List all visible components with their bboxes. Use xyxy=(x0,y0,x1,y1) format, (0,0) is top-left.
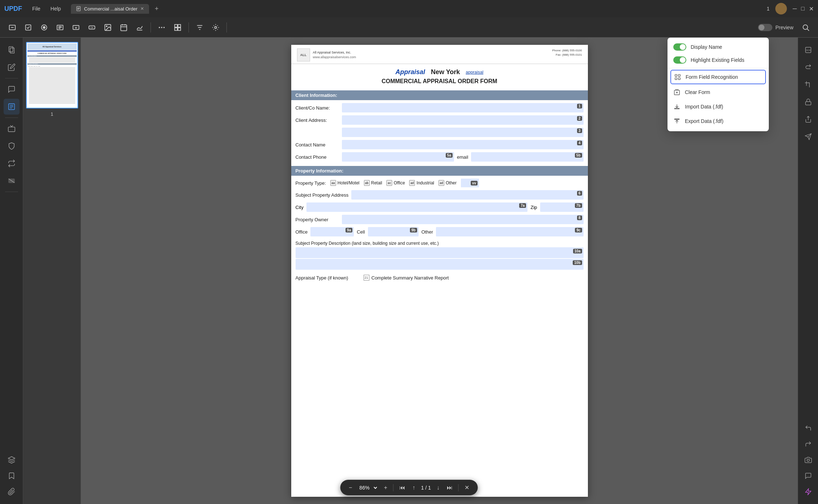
client-name-field[interactable]: 1 xyxy=(342,103,584,112)
search-button[interactable] xyxy=(799,21,812,34)
page-start-button[interactable]: ⏮ xyxy=(398,483,407,492)
menu-file[interactable]: File xyxy=(28,4,45,13)
checkbox-tool-button[interactable] xyxy=(22,21,35,34)
zoom-select[interactable]: 86% 50% 75% 100% 125% 150% xyxy=(358,484,378,491)
minimize-button[interactable]: ─ xyxy=(793,5,797,12)
sidebar-item-attach[interactable] xyxy=(4,484,20,500)
sidebar-item-bookmark[interactable] xyxy=(4,468,20,484)
import-icon xyxy=(674,103,680,110)
client-address-field[interactable]: 2 xyxy=(342,115,584,125)
highlight-fields-toggle-row[interactable]: Highlight Existing Fields xyxy=(667,54,769,67)
cell-label: Cell xyxy=(357,229,365,235)
highlight-fields-toggle[interactable] xyxy=(673,56,686,64)
right-sidebar-undo[interactable] xyxy=(800,420,816,436)
city-field[interactable]: 7a xyxy=(306,202,528,212)
appraisal-link[interactable]: appraisal xyxy=(466,70,483,75)
list-tool-button[interactable] xyxy=(54,21,67,34)
filter-button[interactable] xyxy=(193,21,206,34)
contact-name-field[interactable]: 4 xyxy=(342,140,584,149)
close-button[interactable]: ✕ xyxy=(809,5,814,12)
page-thumbnail[interactable]: All Appraisal Services COMMERCIAL APPRAI… xyxy=(26,42,78,108)
cell-field[interactable]: 9b xyxy=(368,227,419,236)
svg-text:OCR: OCR xyxy=(806,49,810,51)
sidebar-item-edit[interactable] xyxy=(4,59,20,75)
settings-button[interactable] xyxy=(209,21,222,34)
right-sidebar-rotate[interactable] xyxy=(800,59,816,75)
email-field[interactable]: 5b xyxy=(471,152,583,162)
import-data-item[interactable]: Import Data (.fdf) xyxy=(667,99,769,114)
sidebar-item-protect[interactable] xyxy=(4,138,20,154)
preview-toggle[interactable] xyxy=(758,24,772,31)
right-sidebar-ai[interactable] xyxy=(800,484,816,500)
grid-view-button[interactable] xyxy=(171,21,184,34)
image-tool-button[interactable] xyxy=(101,21,114,34)
description-field-10b[interactable]: 10b xyxy=(296,259,584,270)
add-tab-button[interactable]: + xyxy=(152,4,162,14)
sidebar-item-form[interactable] xyxy=(4,99,20,115)
sidebar-item-convert[interactable] xyxy=(4,155,20,171)
property-owner-field[interactable]: 8 xyxy=(342,215,584,224)
text-tool-button[interactable] xyxy=(6,21,19,34)
form-field-recognition-item[interactable]: Form Field Recognition xyxy=(670,70,766,84)
right-sidebar-send[interactable] xyxy=(800,129,816,145)
export-icon xyxy=(674,118,680,124)
svg-rect-48 xyxy=(675,78,677,80)
type-industrial[interactable]: ad Industrial xyxy=(409,180,434,186)
user-avatar[interactable] xyxy=(775,3,787,14)
maximize-button[interactable]: □ xyxy=(801,5,805,12)
page-next-button[interactable]: ↓ xyxy=(435,483,441,492)
protect-icon xyxy=(8,142,16,150)
date-tool-button[interactable] xyxy=(117,21,130,34)
sidebar-item-pages[interactable] xyxy=(4,42,20,58)
display-name-toggle[interactable] xyxy=(673,43,686,51)
office-field[interactable]: 9a xyxy=(310,227,354,236)
subject-address-field[interactable]: 6 xyxy=(351,190,583,200)
right-sidebar-ocr[interactable]: OCR xyxy=(800,42,816,58)
export-data-icon xyxy=(673,118,681,125)
dropdown-tool-button[interactable] xyxy=(69,21,82,34)
more-options-button[interactable] xyxy=(155,21,168,34)
rotate-icon xyxy=(805,64,812,71)
sidebar-item-annotate[interactable] xyxy=(4,81,20,97)
appraisal-checkbox-21[interactable]: 21 xyxy=(364,275,369,281)
form-title: COMMERCIAL APPRAISAL ORDER FORM xyxy=(297,78,582,85)
zoom-in-button[interactable]: + xyxy=(382,483,389,492)
svg-rect-47 xyxy=(678,74,680,76)
client-address2-field[interactable]: 3 xyxy=(342,128,584,137)
page-prev-button[interactable]: ↑ xyxy=(411,483,417,492)
app-logo: UPDF xyxy=(4,5,22,13)
right-sidebar-camera[interactable] xyxy=(800,452,816,468)
document-tab[interactable]: Commercial ...aisal Order ✕ xyxy=(71,4,149,14)
clear-form-item[interactable]: Clear Form xyxy=(667,85,769,99)
other-field-vv[interactable]: vv xyxy=(461,179,479,187)
sidebar-item-organize[interactable] xyxy=(4,121,20,137)
right-sidebar-crop[interactable] xyxy=(800,77,816,93)
right-sidebar-redo[interactable] xyxy=(800,436,816,452)
page-end-button[interactable]: ⏭ xyxy=(445,483,454,492)
document-area[interactable]: ALL All Appraisal Services, Inc. www.all… xyxy=(81,38,798,504)
close-toolbar-button[interactable]: ✕ xyxy=(463,483,471,492)
right-sidebar-share[interactable] xyxy=(800,111,816,127)
sidebar-item-layers[interactable] xyxy=(4,452,20,468)
contact-phone-field[interactable]: 5a xyxy=(342,152,454,162)
button-tool-button[interactable]: OK xyxy=(85,21,98,34)
type-other[interactable]: ad Other xyxy=(438,180,457,186)
radio-tool-button[interactable] xyxy=(38,21,51,34)
sidebar-item-redact[interactable] xyxy=(4,173,20,189)
type-retail[interactable]: ab Retail xyxy=(364,180,382,186)
menu-help[interactable]: Help xyxy=(46,4,65,13)
complete-summary-label: Complete Summary Narrative Report xyxy=(372,275,449,281)
description-field-10a[interactable]: 10a xyxy=(296,247,584,258)
zip-field[interactable]: 7b xyxy=(540,202,584,212)
other-field[interactable]: 9c xyxy=(436,227,583,236)
type-hotel[interactable]: aa Hotel/Motel xyxy=(330,180,360,186)
svg-point-33 xyxy=(215,26,217,29)
export-data-item[interactable]: Export Data (.fdf) xyxy=(667,114,769,128)
signature-tool-button[interactable] xyxy=(133,21,146,34)
tab-close-icon[interactable]: ✕ xyxy=(140,6,144,11)
right-sidebar-comment[interactable] xyxy=(800,468,816,484)
display-name-toggle-row[interactable]: Display Name xyxy=(667,40,769,54)
type-office[interactable]: ac Office xyxy=(386,180,405,186)
right-sidebar-protect[interactable] xyxy=(800,94,816,110)
zoom-out-button[interactable]: − xyxy=(347,483,353,492)
